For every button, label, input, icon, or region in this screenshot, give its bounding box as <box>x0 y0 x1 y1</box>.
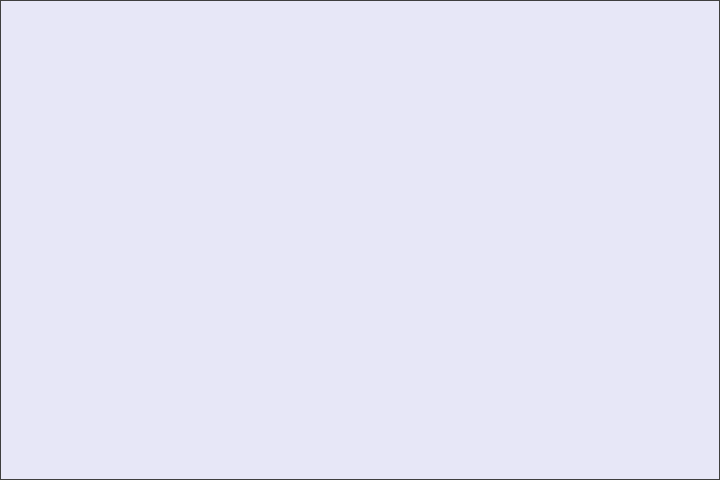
sarg-report-chart <box>0 0 720 480</box>
bar-chart-plot <box>1 1 720 480</box>
